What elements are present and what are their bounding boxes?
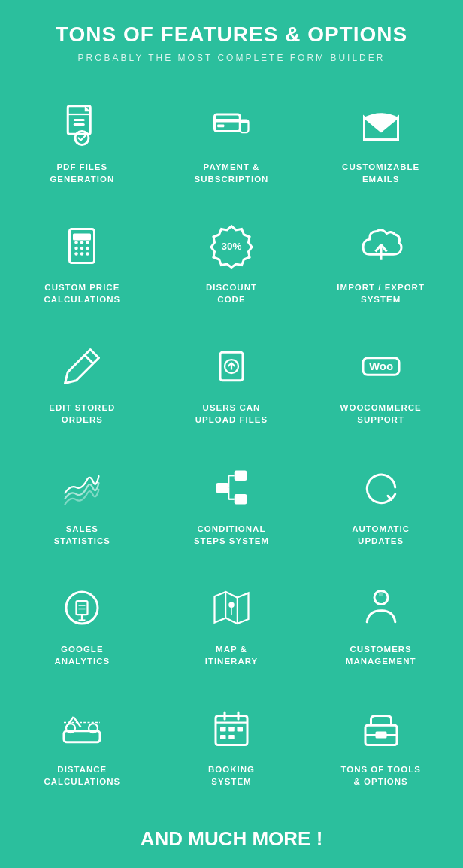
svg-rect-3 bbox=[74, 123, 85, 126]
svg-point-18 bbox=[75, 252, 79, 256]
svg-rect-14 bbox=[73, 234, 91, 241]
feature-upload: USERS CAN UPLOAD FILES bbox=[157, 326, 307, 439]
stats-label: SALES STATISTICS bbox=[54, 523, 110, 547]
pdf-icon bbox=[56, 99, 108, 152]
svg-rect-34 bbox=[235, 494, 247, 505]
svg-point-16 bbox=[80, 247, 84, 250]
svg-rect-68 bbox=[375, 731, 386, 738]
svg-rect-61 bbox=[220, 727, 226, 731]
booking-label: BOOKING SYSTEM bbox=[208, 763, 255, 788]
emails-label: CUSTOMIZABLE EMAILS bbox=[342, 161, 419, 185]
orders-label: EDIT STORED ORDERS bbox=[49, 402, 115, 426]
customers-icon bbox=[355, 581, 407, 634]
customers-label: CUSTOMERS MANAGEMENT bbox=[346, 643, 416, 667]
distance-label: DISTANCE CALCULATIONS bbox=[44, 763, 120, 788]
feature-updates: AUTOMATIC UPDATES bbox=[306, 448, 455, 560]
upload-icon bbox=[205, 340, 258, 393]
svg-point-23 bbox=[86, 241, 90, 244]
svg-point-20 bbox=[86, 252, 90, 256]
stats-icon bbox=[56, 461, 108, 514]
svg-rect-65 bbox=[228, 735, 235, 739]
svg-rect-32 bbox=[235, 470, 247, 481]
feature-analytics: GOOGLE ANALYTICS bbox=[8, 568, 157, 681]
feature-customers: CUSTOMERS MANAGEMENT bbox=[306, 568, 455, 681]
svg-rect-41 bbox=[77, 601, 88, 615]
booking-icon bbox=[205, 702, 258, 754]
svg-rect-6 bbox=[214, 119, 240, 123]
svg-point-17 bbox=[86, 247, 90, 250]
svg-point-21 bbox=[75, 241, 79, 244]
feature-booking: BOOKING SYSTEM bbox=[157, 688, 307, 801]
svg-rect-2 bbox=[74, 119, 85, 121]
woo-icon: Woo bbox=[355, 340, 407, 393]
updates-label: AUTOMATIC UPDATES bbox=[352, 523, 410, 547]
analytics-icon bbox=[56, 581, 108, 634]
distance-icon bbox=[56, 702, 108, 754]
conditional-label: CONDITIONAL STEPS SYSTEM bbox=[194, 523, 269, 547]
tools-label: TONS OF TOOLS & OPTIONS bbox=[340, 763, 421, 788]
svg-rect-50 bbox=[379, 590, 383, 596]
svg-text:Woo: Woo bbox=[369, 360, 393, 373]
updates-icon bbox=[355, 461, 407, 514]
price-icon bbox=[56, 220, 108, 272]
import-icon bbox=[355, 220, 407, 272]
svg-rect-63 bbox=[237, 727, 243, 731]
feature-woo: Woo WOOCOMMERCE SUPPORT bbox=[306, 326, 455, 439]
subtitle: PROBABLY THE MOST COMPLETE FORM BUILDER bbox=[8, 53, 455, 63]
orders-icon bbox=[56, 340, 108, 393]
emails-icon bbox=[355, 99, 407, 152]
svg-rect-64 bbox=[220, 735, 226, 739]
upload-label: USERS CAN UPLOAD FILES bbox=[195, 402, 268, 426]
main-title: TONS OF FEATURES & OPTIONS bbox=[8, 23, 455, 47]
svg-rect-62 bbox=[228, 727, 235, 731]
feature-import: IMPORT / EXPORT SYSTEM bbox=[306, 206, 455, 319]
payment-label: PAYMENT & SUBSCRIPTION bbox=[195, 161, 269, 185]
payment-icon bbox=[205, 99, 258, 152]
conditional-icon bbox=[205, 461, 258, 514]
discount-icon: 30% bbox=[205, 220, 258, 272]
features-grid: PDF FILES GENERATION PAYMENT & SUBSCRIPT… bbox=[8, 86, 455, 801]
feature-map: MAP & ITINERARY bbox=[157, 568, 307, 681]
footer-text: AND MUCH MORE ! bbox=[8, 816, 455, 862]
svg-point-48 bbox=[228, 602, 235, 608]
feature-pdf: PDF FILES GENERATION bbox=[8, 86, 157, 199]
map-icon bbox=[205, 581, 258, 634]
feature-tools: TONS OF TOOLS & OPTIONS bbox=[306, 688, 455, 801]
pdf-label: PDF FILES GENERATION bbox=[50, 161, 114, 185]
price-label: CUSTOM PRICE CALCULATIONS bbox=[44, 281, 120, 305]
feature-price: CUSTOM PRICE CALCULATIONS bbox=[8, 206, 157, 319]
svg-point-22 bbox=[80, 241, 84, 244]
svg-rect-5 bbox=[214, 114, 240, 132]
woo-label: WOOCOMMERCE SUPPORT bbox=[340, 402, 422, 426]
map-label: MAP & ITINERARY bbox=[205, 643, 259, 667]
feature-distance: DISTANCE CALCULATIONS bbox=[8, 688, 157, 801]
svg-point-15 bbox=[75, 247, 79, 250]
svg-point-19 bbox=[80, 252, 84, 256]
svg-rect-9 bbox=[240, 120, 248, 124]
feature-discount: 30% DISCOUNT CODE bbox=[157, 206, 307, 319]
svg-rect-7 bbox=[217, 125, 224, 128]
page-wrapper: TONS OF FEATURES & OPTIONS PROBABLY THE … bbox=[0, 0, 463, 868]
discount-label: DISCOUNT CODE bbox=[206, 281, 257, 305]
feature-emails: CUSTOMIZABLE EMAILS bbox=[306, 86, 455, 199]
feature-orders: EDIT STORED ORDERS bbox=[8, 326, 157, 439]
analytics-label: GOOGLE ANALYTICS bbox=[54, 643, 110, 667]
svg-text:30%: 30% bbox=[221, 241, 241, 252]
feature-payment: PAYMENT & SUBSCRIPTION bbox=[157, 86, 307, 199]
svg-line-26 bbox=[85, 355, 93, 363]
feature-stats: SALES STATISTICS bbox=[8, 448, 157, 560]
tools-icon bbox=[355, 702, 407, 754]
feature-conditional: CONDITIONAL STEPS SYSTEM bbox=[157, 448, 307, 560]
import-label: IMPORT / EXPORT SYSTEM bbox=[337, 281, 425, 305]
